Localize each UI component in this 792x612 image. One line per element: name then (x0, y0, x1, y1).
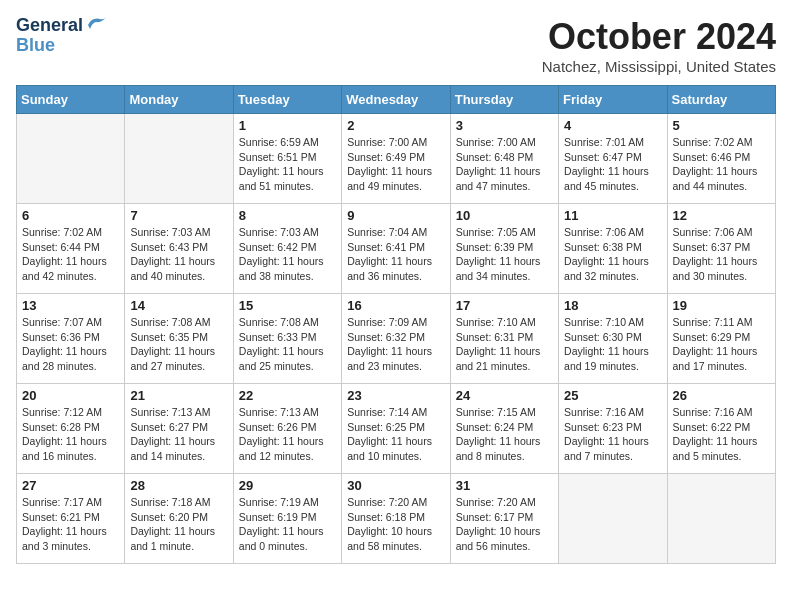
day-number: 16 (347, 298, 444, 313)
calendar-day-23: 23Sunrise: 7:14 AM Sunset: 6:25 PM Dayli… (342, 384, 450, 474)
calendar-table: SundayMondayTuesdayWednesdayThursdayFrid… (16, 85, 776, 564)
calendar-day-29: 29Sunrise: 7:19 AM Sunset: 6:19 PM Dayli… (233, 474, 341, 564)
day-number: 31 (456, 478, 553, 493)
weekday-header-saturday: Saturday (667, 86, 775, 114)
calendar-day-empty (559, 474, 667, 564)
day-info: Sunrise: 7:19 AM Sunset: 6:19 PM Dayligh… (239, 495, 336, 554)
calendar-day-19: 19Sunrise: 7:11 AM Sunset: 6:29 PM Dayli… (667, 294, 775, 384)
calendar-day-14: 14Sunrise: 7:08 AM Sunset: 6:35 PM Dayli… (125, 294, 233, 384)
calendar-day-1: 1Sunrise: 6:59 AM Sunset: 6:51 PM Daylig… (233, 114, 341, 204)
day-info: Sunrise: 7:06 AM Sunset: 6:37 PM Dayligh… (673, 225, 770, 284)
day-info: Sunrise: 7:17 AM Sunset: 6:21 PM Dayligh… (22, 495, 119, 554)
day-info: Sunrise: 7:07 AM Sunset: 6:36 PM Dayligh… (22, 315, 119, 374)
day-info: Sunrise: 7:16 AM Sunset: 6:22 PM Dayligh… (673, 405, 770, 464)
day-number: 10 (456, 208, 553, 223)
weekday-header-sunday: Sunday (17, 86, 125, 114)
day-number: 7 (130, 208, 227, 223)
calendar-day-30: 30Sunrise: 7:20 AM Sunset: 6:18 PM Dayli… (342, 474, 450, 564)
logo-general: General (16, 16, 83, 36)
day-number: 26 (673, 388, 770, 403)
day-info: Sunrise: 7:09 AM Sunset: 6:32 PM Dayligh… (347, 315, 444, 374)
day-number: 13 (22, 298, 119, 313)
day-number: 3 (456, 118, 553, 133)
calendar-week-row: 27Sunrise: 7:17 AM Sunset: 6:21 PM Dayli… (17, 474, 776, 564)
day-info: Sunrise: 7:03 AM Sunset: 6:43 PM Dayligh… (130, 225, 227, 284)
location: Natchez, Mississippi, United States (542, 58, 776, 75)
calendar-day-24: 24Sunrise: 7:15 AM Sunset: 6:24 PM Dayli… (450, 384, 558, 474)
day-info: Sunrise: 7:06 AM Sunset: 6:38 PM Dayligh… (564, 225, 661, 284)
calendar-week-row: 20Sunrise: 7:12 AM Sunset: 6:28 PM Dayli… (17, 384, 776, 474)
day-info: Sunrise: 7:14 AM Sunset: 6:25 PM Dayligh… (347, 405, 444, 464)
day-info: Sunrise: 7:01 AM Sunset: 6:47 PM Dayligh… (564, 135, 661, 194)
day-number: 2 (347, 118, 444, 133)
calendar-day-21: 21Sunrise: 7:13 AM Sunset: 6:27 PM Dayli… (125, 384, 233, 474)
calendar-day-18: 18Sunrise: 7:10 AM Sunset: 6:30 PM Dayli… (559, 294, 667, 384)
day-info: Sunrise: 7:02 AM Sunset: 6:44 PM Dayligh… (22, 225, 119, 284)
day-number: 19 (673, 298, 770, 313)
calendar-day-2: 2Sunrise: 7:00 AM Sunset: 6:49 PM Daylig… (342, 114, 450, 204)
day-number: 18 (564, 298, 661, 313)
calendar-day-22: 22Sunrise: 7:13 AM Sunset: 6:26 PM Dayli… (233, 384, 341, 474)
day-info: Sunrise: 7:13 AM Sunset: 6:26 PM Dayligh… (239, 405, 336, 464)
day-info: Sunrise: 7:20 AM Sunset: 6:18 PM Dayligh… (347, 495, 444, 554)
day-info: Sunrise: 7:04 AM Sunset: 6:41 PM Dayligh… (347, 225, 444, 284)
calendar-day-26: 26Sunrise: 7:16 AM Sunset: 6:22 PM Dayli… (667, 384, 775, 474)
weekday-header-thursday: Thursday (450, 86, 558, 114)
day-number: 17 (456, 298, 553, 313)
weekday-header-friday: Friday (559, 86, 667, 114)
day-info: Sunrise: 7:05 AM Sunset: 6:39 PM Dayligh… (456, 225, 553, 284)
day-info: Sunrise: 7:08 AM Sunset: 6:35 PM Dayligh… (130, 315, 227, 374)
calendar-day-5: 5Sunrise: 7:02 AM Sunset: 6:46 PM Daylig… (667, 114, 775, 204)
day-number: 14 (130, 298, 227, 313)
day-info: Sunrise: 7:16 AM Sunset: 6:23 PM Dayligh… (564, 405, 661, 464)
calendar-day-7: 7Sunrise: 7:03 AM Sunset: 6:43 PM Daylig… (125, 204, 233, 294)
day-info: Sunrise: 7:10 AM Sunset: 6:30 PM Dayligh… (564, 315, 661, 374)
calendar-day-20: 20Sunrise: 7:12 AM Sunset: 6:28 PM Dayli… (17, 384, 125, 474)
weekday-header-wednesday: Wednesday (342, 86, 450, 114)
logo-blue: Blue (16, 36, 55, 56)
month-title: October 2024 (542, 16, 776, 58)
day-number: 22 (239, 388, 336, 403)
day-number: 15 (239, 298, 336, 313)
logo-bird-icon (86, 15, 108, 33)
day-info: Sunrise: 7:00 AM Sunset: 6:48 PM Dayligh… (456, 135, 553, 194)
day-info: Sunrise: 7:08 AM Sunset: 6:33 PM Dayligh… (239, 315, 336, 374)
day-number: 1 (239, 118, 336, 133)
day-number: 24 (456, 388, 553, 403)
day-info: Sunrise: 7:00 AM Sunset: 6:49 PM Dayligh… (347, 135, 444, 194)
day-info: Sunrise: 7:10 AM Sunset: 6:31 PM Dayligh… (456, 315, 553, 374)
calendar-day-31: 31Sunrise: 7:20 AM Sunset: 6:17 PM Dayli… (450, 474, 558, 564)
day-info: Sunrise: 7:03 AM Sunset: 6:42 PM Dayligh… (239, 225, 336, 284)
day-info: Sunrise: 7:11 AM Sunset: 6:29 PM Dayligh… (673, 315, 770, 374)
calendar-day-25: 25Sunrise: 7:16 AM Sunset: 6:23 PM Dayli… (559, 384, 667, 474)
calendar-day-6: 6Sunrise: 7:02 AM Sunset: 6:44 PM Daylig… (17, 204, 125, 294)
calendar-day-4: 4Sunrise: 7:01 AM Sunset: 6:47 PM Daylig… (559, 114, 667, 204)
day-number: 25 (564, 388, 661, 403)
weekday-header-monday: Monday (125, 86, 233, 114)
day-number: 12 (673, 208, 770, 223)
title-area: October 2024 Natchez, Mississippi, Unite… (542, 16, 776, 75)
calendar-day-28: 28Sunrise: 7:18 AM Sunset: 6:20 PM Dayli… (125, 474, 233, 564)
calendar-day-empty (667, 474, 775, 564)
day-info: Sunrise: 7:13 AM Sunset: 6:27 PM Dayligh… (130, 405, 227, 464)
day-number: 5 (673, 118, 770, 133)
calendar-day-empty (17, 114, 125, 204)
calendar-day-17: 17Sunrise: 7:10 AM Sunset: 6:31 PM Dayli… (450, 294, 558, 384)
calendar-day-10: 10Sunrise: 7:05 AM Sunset: 6:39 PM Dayli… (450, 204, 558, 294)
calendar-day-3: 3Sunrise: 7:00 AM Sunset: 6:48 PM Daylig… (450, 114, 558, 204)
day-number: 28 (130, 478, 227, 493)
weekday-header-row: SundayMondayTuesdayWednesdayThursdayFrid… (17, 86, 776, 114)
logo: General Blue (16, 16, 108, 56)
day-number: 11 (564, 208, 661, 223)
day-info: Sunrise: 7:20 AM Sunset: 6:17 PM Dayligh… (456, 495, 553, 554)
calendar-day-12: 12Sunrise: 7:06 AM Sunset: 6:37 PM Dayli… (667, 204, 775, 294)
day-info: Sunrise: 7:02 AM Sunset: 6:46 PM Dayligh… (673, 135, 770, 194)
calendar-day-16: 16Sunrise: 7:09 AM Sunset: 6:32 PM Dayli… (342, 294, 450, 384)
calendar-day-13: 13Sunrise: 7:07 AM Sunset: 6:36 PM Dayli… (17, 294, 125, 384)
calendar-day-15: 15Sunrise: 7:08 AM Sunset: 6:33 PM Dayli… (233, 294, 341, 384)
day-number: 8 (239, 208, 336, 223)
day-info: Sunrise: 7:12 AM Sunset: 6:28 PM Dayligh… (22, 405, 119, 464)
day-number: 4 (564, 118, 661, 133)
day-info: Sunrise: 7:18 AM Sunset: 6:20 PM Dayligh… (130, 495, 227, 554)
day-info: Sunrise: 6:59 AM Sunset: 6:51 PM Dayligh… (239, 135, 336, 194)
